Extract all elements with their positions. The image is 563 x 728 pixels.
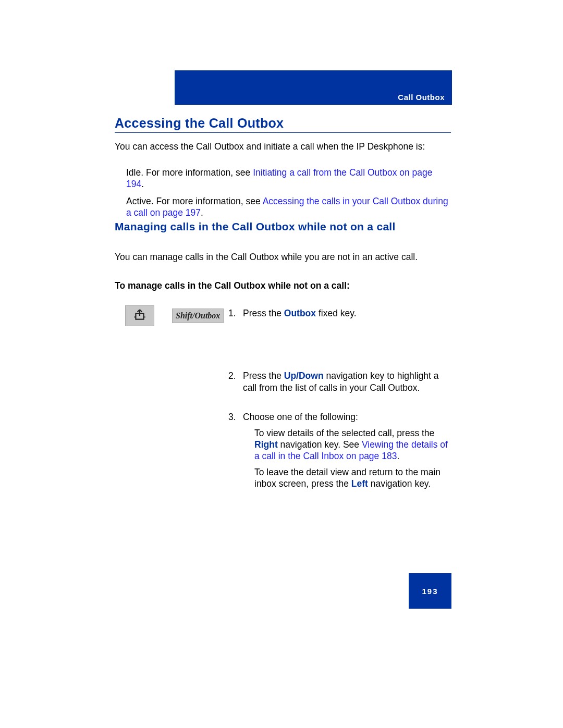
intro2-paragraph: You can manage calls in the Call Outbox … (115, 251, 451, 263)
substep-text: To view details of the selected call, pr… (254, 428, 434, 438)
bullet-text: Idle. For more information, see (126, 167, 253, 178)
step-2: 2. Press the Up/Down navigation key to h… (228, 370, 451, 393)
step-text: Press the (243, 371, 284, 381)
step-body: Choose one of the following: To view det… (243, 411, 451, 489)
keyword-outbox: Outbox (284, 308, 316, 318)
keycap-row: Shift/Outbox (125, 305, 224, 326)
keyword-updown: Up/Down (284, 371, 324, 381)
heading-managing-calls: Managing calls in the Call Outbox while … (115, 220, 451, 233)
substep-text: navigation key. See (278, 439, 362, 450)
page-number: 193 (422, 587, 438, 596)
header-bar: Call Outbox (175, 70, 452, 105)
step-number: 3. (228, 411, 243, 489)
page-number-badge: 193 (409, 573, 451, 609)
procedure-heading: To manage calls in the Call Outbox while… (115, 280, 451, 291)
bullet-active: Active. For more information, see Access… (126, 195, 451, 219)
outbox-icon (133, 308, 146, 324)
bullet-idle: Idle. For more information, see Initiati… (126, 167, 451, 190)
heading-accessing-call-outbox: Accessing the Call Outbox (115, 116, 451, 133)
outbox-keycap (125, 305, 154, 326)
step-1: 1. Press the Outbox fixed key. (228, 307, 451, 319)
bullet-suffix: . (141, 179, 144, 189)
step-number: 2. (228, 370, 243, 393)
keyword-right: Right (254, 439, 278, 450)
step-number: 1. (228, 307, 243, 319)
step-text: Press the (243, 308, 284, 318)
bullet-list: Idle. For more information, see Initiati… (126, 167, 451, 224)
header-label: Call Outbox (398, 93, 445, 102)
substep-text: navigation key. (368, 478, 431, 489)
keyword-left: Left (351, 478, 368, 489)
step-text: fixed key. (316, 308, 357, 318)
step-body: Press the Outbox fixed key. (243, 307, 451, 319)
steps-list: 1. Press the Outbox fixed key. 2. Press … (228, 307, 451, 490)
step-body: Press the Up/Down navigation key to high… (243, 370, 451, 393)
substep-suffix: . (397, 451, 399, 461)
substep-b: To leave the detail view and return to t… (254, 466, 451, 490)
step-3: 3. Choose one of the following: To view … (228, 411, 451, 489)
intro-paragraph: You can access the Call Outbox and initi… (115, 141, 451, 152)
bullet-suffix: . (201, 207, 203, 218)
shift-outbox-keycap: Shift/Outbox (172, 309, 224, 323)
substep-a: To view details of the selected call, pr… (254, 427, 451, 462)
step-lead: Choose one of the following: (243, 411, 451, 423)
bullet-text: Active. For more information, see (126, 196, 263, 206)
